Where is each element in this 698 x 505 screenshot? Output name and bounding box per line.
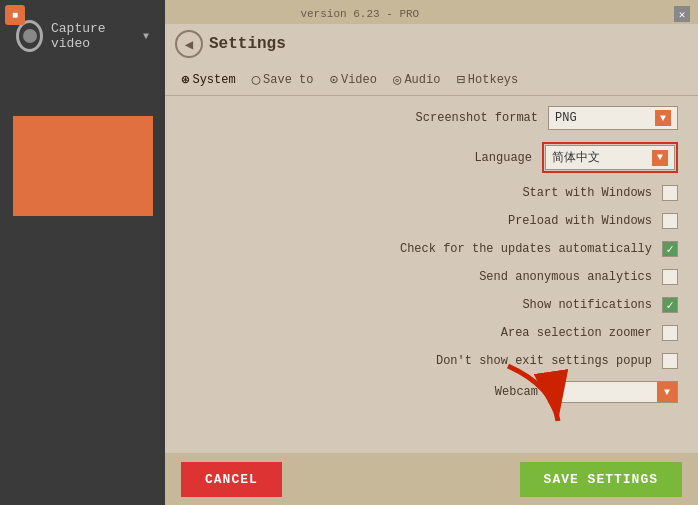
screenshot-format-row: Screenshot format PNG ▼: [185, 106, 678, 130]
tab-saveto[interactable]: ◯ Save to: [246, 68, 320, 91]
language-dropdown-wrapper: 简体中文 ▼: [542, 142, 678, 173]
tab-system[interactable]: ⊛ System: [175, 68, 242, 91]
saveto-icon: ◯: [252, 71, 260, 88]
area-zoom-checkbox[interactable]: [662, 325, 678, 341]
tab-system-label: System: [192, 73, 235, 87]
notifications-label: Show notifications: [522, 298, 652, 312]
titlebar: version 6.23 - PRO ✕: [165, 0, 698, 24]
start-windows-row: Start with Windows: [185, 185, 678, 201]
webcam-label: Webcam: [495, 385, 538, 399]
analytics-control: [662, 269, 678, 285]
sidebar-thumbnail: [13, 116, 153, 216]
screenshot-format-value: PNG: [555, 111, 577, 125]
audio-icon: ◎: [393, 71, 401, 88]
tab-audio[interactable]: ◎ Audio: [387, 68, 446, 91]
screenshot-format-label: Screenshot format: [416, 111, 538, 125]
webcam-control: ▼: [548, 381, 678, 403]
language-control: 简体中文 ▼: [542, 142, 678, 173]
notifications-control: ✓: [662, 297, 678, 313]
check-updates-checkbox[interactable]: ✓: [662, 241, 678, 257]
exit-popup-checkbox[interactable]: [662, 353, 678, 369]
language-label: Language: [474, 151, 532, 165]
language-dropdown[interactable]: 简体中文 ▼: [545, 145, 675, 170]
video-icon: ⊙: [330, 71, 338, 88]
footer: CANCEL SAVE SETTINGS: [165, 453, 698, 505]
start-windows-checkbox[interactable]: [662, 185, 678, 201]
check-updates-control: ✓: [662, 241, 678, 257]
system-icon: ⊛: [181, 71, 189, 88]
area-zoom-label: Area selection zoomer: [501, 326, 652, 340]
language-row: Language 简体中文 ▼: [185, 142, 678, 173]
area-zoom-control: [662, 325, 678, 341]
app-icon: ■: [5, 5, 25, 25]
webcam-dropdown[interactable]: ▼: [548, 381, 678, 403]
screenshot-format-control: PNG ▼: [548, 106, 678, 130]
preload-windows-checkbox[interactable]: [662, 213, 678, 229]
main-panel: version 6.23 - PRO ✕ ◀ Settings ⊛ System…: [165, 0, 698, 505]
check-updates-label: Check for the updates automatically: [400, 242, 652, 256]
area-zoom-row: Area selection zoomer: [185, 325, 678, 341]
screenshot-format-arrow: ▼: [655, 110, 671, 126]
capture-label: Capture video: [51, 21, 133, 51]
webcam-arrow: ▼: [657, 382, 677, 402]
exit-popup-control: [662, 353, 678, 369]
tab-hotkeys-label: Hotkeys: [468, 73, 518, 87]
tab-hotkeys[interactable]: ⊟ Hotkeys: [450, 68, 524, 91]
preload-windows-row: Preload with Windows: [185, 213, 678, 229]
screenshot-format-dropdown[interactable]: PNG ▼: [548, 106, 678, 130]
back-button[interactable]: ◀: [175, 30, 203, 58]
analytics-label: Send anonymous analytics: [479, 270, 652, 284]
check-updates-row: Check for the updates automatically ✓: [185, 241, 678, 257]
header-row: ◀ Settings: [165, 24, 698, 64]
start-windows-control: [662, 185, 678, 201]
exit-popup-row: Don't show exit settings popup: [185, 353, 678, 369]
language-value: 简体中文: [552, 149, 600, 166]
webcam-row: Webcam ▼: [185, 381, 678, 403]
record-inner: [23, 29, 37, 43]
tab-saveto-label: Save to: [263, 73, 313, 87]
close-button[interactable]: ✕: [674, 6, 690, 22]
save-settings-button[interactable]: SAVE SETTINGS: [520, 462, 682, 497]
analytics-row: Send anonymous analytics: [185, 269, 678, 285]
preload-windows-label: Preload with Windows: [508, 214, 652, 228]
tab-audio-label: Audio: [404, 73, 440, 87]
exit-popup-label: Don't show exit settings popup: [436, 354, 652, 368]
tab-video[interactable]: ⊙ Video: [324, 68, 383, 91]
notifications-row: Show notifications ✓: [185, 297, 678, 313]
sidebar: ■ Capture video ▼: [0, 0, 165, 505]
cancel-button[interactable]: CANCEL: [181, 462, 282, 497]
page-title: Settings: [209, 35, 286, 53]
tab-video-label: Video: [341, 73, 377, 87]
analytics-checkbox[interactable]: [662, 269, 678, 285]
notifications-checkbox[interactable]: ✓: [662, 297, 678, 313]
capture-dropdown-arrow[interactable]: ▼: [143, 31, 149, 42]
tabs-row: ⊛ System ◯ Save to ⊙ Video ◎ Audio ⊟ Hot…: [165, 64, 698, 96]
preload-windows-control: [662, 213, 678, 229]
back-icon: ◀: [185, 36, 193, 53]
settings-content: Screenshot format PNG ▼ Language 简体中文 ▼: [165, 96, 698, 453]
language-arrow: ▼: [652, 150, 668, 166]
start-windows-label: Start with Windows: [522, 186, 652, 200]
hotkeys-icon: ⊟: [456, 71, 464, 88]
version-label: version 6.23 - PRO: [300, 8, 419, 20]
